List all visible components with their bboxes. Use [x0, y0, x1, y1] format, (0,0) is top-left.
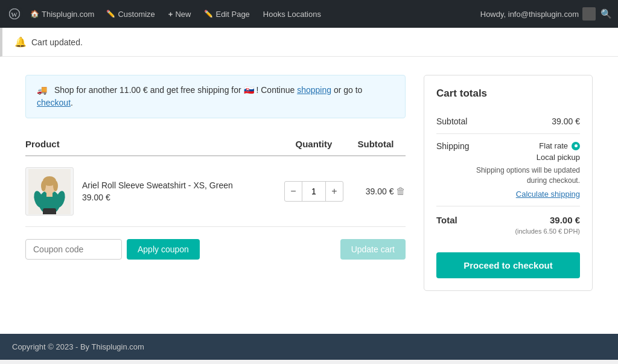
total-row: Total 39.00 € (includes 6.50 € DPH) [436, 206, 580, 243]
copyright-text: Copyright © 2023 - By Thisplugin.com [12, 342, 144, 351]
total-label: Total [436, 215, 457, 225]
qty-decrease-button[interactable]: − [285, 182, 302, 201]
coupon-input[interactable] [25, 239, 122, 260]
cart-left-panel: 🚚 Shop for another 11.00 € and get free … [25, 75, 406, 291]
qty-increase-button[interactable]: + [326, 182, 343, 201]
new-icon: + [168, 10, 173, 19]
checkout-link[interactable]: checkout [37, 98, 71, 107]
flat-rate-option[interactable]: Flat rate [470, 141, 581, 150]
svg-text:W: W [11, 11, 18, 18]
product-thumbnail [25, 167, 74, 216]
qty-input[interactable] [302, 182, 326, 201]
subtotal-label: Subtotal [436, 117, 467, 126]
total-tax: (includes 6.50 € DPH) [515, 228, 580, 235]
update-cart-button[interactable]: Update cart [340, 239, 406, 260]
cart-table: Product Quantity Subtotal [25, 133, 406, 227]
subtotal-value: 39.00 € [552, 117, 580, 126]
col-header-subtotal: Subtotal [350, 133, 394, 156]
page-content: 🔔 Cart updated. 🚚 Shop for another 11.00… [0, 28, 618, 334]
admin-bar: W 🏠 Thisplugin.com ✏️ Customize + New ✏️… [0, 0, 618, 28]
adminbar-howdy[interactable]: Howdy, info@thisplugin.com [480, 7, 596, 21]
adminbar-search-icon[interactable]: 🔍 [600, 8, 612, 19]
quantity-stepper[interactable]: − + [284, 181, 343, 202]
admin-avatar [582, 7, 596, 21]
coupon-area: Apply coupon [25, 239, 200, 260]
cart-totals-panel: Cart totals Subtotal 39.00 € Shipping Fl… [424, 75, 593, 291]
site-footer: Copyright © 2023 - By Thisplugin.com [0, 334, 618, 360]
flat-rate-radio[interactable] [572, 142, 580, 150]
proceed-to-checkout-button[interactable]: Proceed to checkout [436, 252, 580, 278]
svg-point-11 [53, 180, 58, 191]
cart-totals-title: Cart totals [436, 88, 580, 100]
adminbar-site-name[interactable]: 🏠 Thisplugin.com [27, 10, 98, 19]
main-content-area: 🚚 Shop for another 11.00 € and get free … [13, 57, 605, 309]
shipping-options: Flat rate Local pickup Shipping options … [470, 141, 581, 199]
wp-logo[interactable]: W [6, 5, 23, 22]
free-shipping-banner: 🚚 Shop for another 11.00 € and get free … [25, 75, 406, 118]
adminbar-new[interactable]: + New [164, 10, 196, 19]
col-header-product: Product [25, 133, 278, 156]
adminbar-customize[interactable]: ✏️ Customize [101, 10, 159, 19]
svg-rect-6 [43, 208, 56, 214]
delete-cell: 🗑 [394, 156, 406, 227]
cart-totals-box: Cart totals Subtotal 39.00 € Shipping Fl… [424, 75, 593, 291]
quantity-cell: − + [278, 156, 349, 227]
adminbar-edit-page[interactable]: ✏️ Edit Page [199, 10, 254, 19]
customize-icon: ✏️ [106, 10, 115, 18]
local-pickup-option[interactable]: Local pickup [470, 153, 581, 162]
cart-actions: Apply coupon Update cart [25, 239, 406, 260]
total-value: 39.00 € (includes 6.50 € DPH) [515, 215, 580, 235]
col-header-quantity: Quantity [278, 133, 349, 156]
shipping-row: Shipping Flat rate Local pickup Shipping… [436, 134, 580, 206]
edit-page-icon: ✏️ [204, 10, 213, 18]
remove-item-button[interactable]: 🗑 [396, 186, 406, 197]
product-cell: Ariel Roll Sleeve Sweatshirt - XS, Green… [25, 167, 278, 216]
product-info: Ariel Roll Sleeve Sweatshirt - XS, Green… [82, 180, 233, 202]
bell-icon: 🔔 [14, 36, 27, 48]
shipping-note: Shipping options will be updated during … [470, 165, 581, 186]
shipping-label: Shipping [436, 141, 470, 151]
adminbar-hooks[interactable]: Hooks Locations [258, 10, 326, 19]
row-subtotal: 39.00 € [350, 156, 394, 227]
apply-coupon-button[interactable]: Apply coupon [127, 239, 200, 260]
cart-notice-bar: 🔔 Cart updated. [0, 28, 618, 57]
shopping-link[interactable]: shopping [297, 85, 331, 95]
cart-row: Ariel Roll Sleeve Sweatshirt - XS, Green… [25, 156, 406, 227]
truck-icon: 🚚 [37, 85, 47, 95]
svg-point-10 [41, 180, 46, 191]
subtotal-row: Subtotal 39.00 € [436, 109, 580, 134]
product-name: Ariel Roll Sleeve Sweatshirt - XS, Green [82, 180, 233, 190]
product-price: 39.00 € [82, 193, 233, 202]
calculate-shipping-link[interactable]: Calculate shipping [470, 190, 581, 199]
